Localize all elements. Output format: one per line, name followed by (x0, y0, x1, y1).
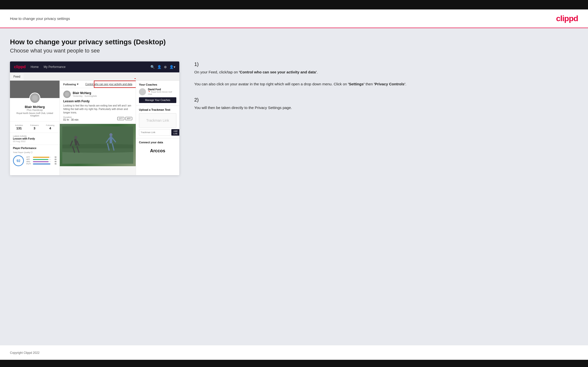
connect-title: Connect your data (139, 141, 176, 144)
header-title: How to change your privacy settings (10, 16, 70, 21)
activities-label: Activities (15, 124, 23, 126)
perf-bar-app: APP 85 (26, 158, 57, 160)
app-right-panel: Your Coaches David Ford 📍 Royal North De… (136, 81, 179, 175)
performance-title: Player Performance (13, 147, 57, 150)
site-header: How to change your privacy settings clip… (0, 9, 588, 28)
quality-circle: 92 (13, 155, 24, 166)
person-icon[interactable]: 👤 (157, 65, 161, 69)
perf-bar-arg: ARG 86 (26, 161, 57, 162)
app-nav-performance[interactable]: My Performance (44, 65, 65, 69)
app-screenshot: clippd Home My Performance 🔍 👤 ⊕ 👤▾ Feed (10, 61, 179, 175)
tag-ott: OTT (117, 117, 124, 120)
avatar-icon[interactable]: 👤▾ (169, 65, 175, 69)
sidebar-stat-following: Following 4 (46, 124, 55, 130)
following-value: 4 (46, 126, 55, 130)
app-nav: clippd Home My Performance 🔍 👤 ⊕ 👤▾ (10, 61, 179, 72)
control-link[interactable]: Control who can see your activity and da… (85, 83, 132, 86)
app-nav-logo: clippd (14, 65, 26, 69)
ott-fill (33, 157, 49, 158)
trackman-input-row: Add Link (139, 129, 176, 136)
feed-post-header: Blair McHarg Yesterday · Sunningdale (63, 91, 132, 98)
coaches-section: Your Coaches David Ford 📍 Royal North De… (136, 81, 179, 106)
arg-fill (33, 161, 49, 162)
app-main-header: Following ▾ Control who can see your act… (60, 81, 136, 88)
instructions-panel: 1) On your Feed, click/tap on 'Control w… (189, 61, 578, 121)
ott-track (33, 157, 51, 158)
post-user-name: Blair McHarg (73, 91, 97, 95)
putt-value: 96 (52, 163, 57, 165)
putt-fill (33, 163, 50, 164)
manage-coaches-button[interactable]: Manage Your Coaches (139, 97, 176, 103)
perf-inner: 92 OTT 90 APP (13, 155, 57, 166)
app-value: 85 (52, 158, 57, 160)
golf-image (60, 124, 136, 166)
perf-bars: OTT 90 APP (26, 156, 57, 165)
app-body: Blair McHarg Plus Handicap Royal North D… (10, 81, 179, 175)
trackman-input[interactable] (139, 129, 170, 136)
app-nav-home[interactable]: Home (31, 65, 39, 69)
arg-value: 86 (52, 161, 57, 162)
coach-name: David Ford (148, 88, 176, 91)
followers-value: 3 (30, 126, 39, 130)
bottom-bar (0, 360, 588, 367)
svg-point-3 (74, 136, 77, 139)
trackman-title: Upload a Trackman Test (139, 108, 176, 111)
app-main: Following ▾ Control who can see your act… (60, 81, 136, 175)
sidebar-latest: Latest Activity Lesson with Fordy 03 Aug… (10, 133, 60, 145)
coach-club-name: Royal North Devon Golf Club (148, 91, 172, 95)
post-title: Lesson with Fordy (63, 100, 132, 103)
sidebar-user-club: Royal North Devon Golf Club, United King… (12, 112, 57, 117)
sidebar-stats: Activities 131 Followers 3 Following 4 (10, 121, 60, 133)
post-tags: OTT APP (117, 117, 132, 120)
avatar (29, 93, 40, 104)
duration-value: 01 hr : 30 min (63, 118, 78, 121)
coaches-title: Your Coaches (139, 83, 176, 86)
trackman-section: Upload a Trackman Test Trackman Link Add… (136, 106, 179, 138)
app-track (33, 159, 51, 160)
coach-item: David Ford 📍 Royal North Devon Golf Club (139, 88, 176, 95)
arg-label: ARG (26, 161, 32, 162)
sidebar-user-name: Blair McHarg (12, 105, 57, 109)
app-nav-icons: 🔍 👤 ⊕ 👤▾ (150, 65, 175, 69)
app-sidebar: Blair McHarg Plus Handicap Royal North D… (10, 81, 60, 175)
arccos-logo: Arccos (139, 146, 176, 156)
sidebar-performance: Player Performance Total Player Quality … (10, 145, 60, 168)
arg-track (33, 161, 51, 162)
duration-info: Duration 01 hr : 30 min (63, 116, 78, 121)
quality-label: Total Player Quality ⓘ (13, 151, 57, 154)
sidebar-user-info: Blair McHarg Plus Handicap Royal North D… (10, 105, 60, 119)
sidebar-stat-activities: Activities 131 (15, 124, 23, 130)
main-content: How to change your privacy settings (Des… (0, 28, 588, 345)
add-link-button[interactable]: Add Link (171, 129, 179, 136)
instruction-2: 2) You will then be taken directly to th… (194, 97, 573, 111)
clippd-logo: clippd (556, 14, 578, 23)
post-user-meta: Yesterday · Sunningdale (73, 95, 97, 97)
instruction-1-number: 1) (194, 61, 573, 67)
following-button[interactable]: Following ▾ (63, 83, 78, 86)
chevron-down-icon: ▾ (77, 83, 78, 86)
feed-post: Blair McHarg Yesterday · Sunningdale Les… (60, 88, 136, 124)
add-icon[interactable]: ⊕ (164, 65, 167, 69)
latest-date: 03 Aug 2022 (13, 140, 57, 143)
app-label: APP (26, 158, 32, 160)
feed-tab[interactable]: Feed (10, 73, 24, 80)
trackman-placeholder: Trackman Link (139, 113, 176, 128)
ott-value: 90 (52, 156, 57, 158)
instruction-1-text: On your Feed, click/tap on 'Control who … (194, 69, 573, 87)
connect-data-section: Connect your data Arccos (136, 138, 179, 158)
putt-track (33, 163, 51, 164)
site-footer: Copyright Clippd 2022 (0, 345, 588, 360)
sidebar-stat-followers: Followers 3 (30, 124, 39, 130)
app-fill (33, 159, 48, 160)
latest-activity: Lesson with Fordy (13, 137, 57, 140)
post-user-info: Blair McHarg Yesterday · Sunningdale (73, 91, 97, 97)
search-icon[interactable]: 🔍 (150, 65, 155, 69)
tag-app: APP (125, 117, 132, 120)
following-label: Following (46, 124, 55, 126)
page-subheading: Choose what you want people to see (10, 48, 578, 54)
coach-info: David Ford 📍 Royal North Devon Golf Club (148, 88, 176, 95)
svg-point-9 (109, 133, 112, 136)
perf-bar-putt: PUTT 96 (26, 163, 57, 165)
location-icon: 📍 (148, 91, 150, 93)
post-avatar (63, 91, 71, 98)
